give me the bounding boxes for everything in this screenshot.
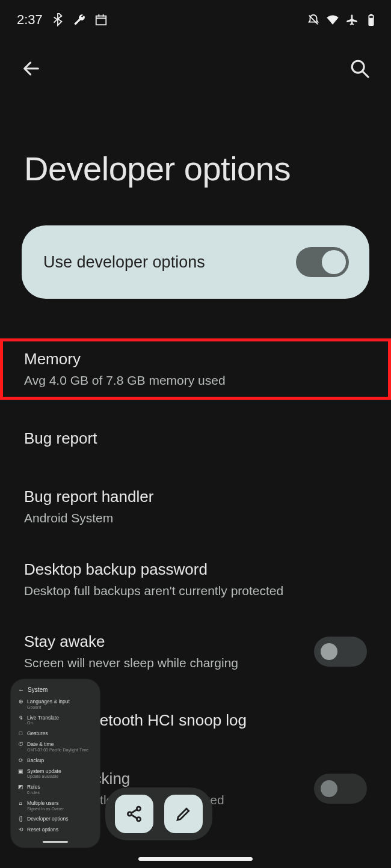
status-time: 2:37 <box>17 12 43 28</box>
stay-awake-switch[interactable] <box>314 637 367 667</box>
arrow-back-icon: ← <box>18 686 24 693</box>
preview-row: ⏱Date & timeGMT-07:00 Pacific Daylight T… <box>17 739 94 756</box>
item-stay-awake[interactable]: Stay awake Screen will never sleep while… <box>0 622 391 682</box>
preview-row-sub: GMT-07:00 Pacific Daylight Time <box>27 748 88 752</box>
master-toggle-card[interactable]: Use developer options <box>22 225 369 299</box>
preview-row-title: Rules <box>27 784 40 790</box>
page-title: Developer options <box>0 83 391 212</box>
preview-row: ⟲Reset options <box>17 825 94 836</box>
share-button[interactable] <box>115 795 153 833</box>
preview-row-title: Gestures <box>27 730 48 736</box>
app-bar <box>0 35 391 83</box>
item-title: Memory <box>24 350 367 368</box>
preview-row: ⟳Backup <box>17 756 94 766</box>
share-icon <box>125 805 143 823</box>
dnd-off-icon <box>307 13 320 26</box>
preview-row-icon: ⏱ <box>18 742 23 748</box>
preview-row-icon: ⟳ <box>18 758 23 764</box>
search-icon <box>349 58 370 79</box>
preview-row-title: Date & time <box>27 741 54 747</box>
search-button[interactable] <box>345 54 374 83</box>
bluetooth-icon <box>51 13 64 26</box>
preview-row-sub: 0 rules <box>27 790 40 795</box>
arrow-back-icon <box>21 58 42 79</box>
preview-row-icon: ⊕ <box>18 699 23 705</box>
item-title: Stay awake <box>24 632 314 651</box>
screenshot-actions <box>105 787 212 840</box>
pencil-icon <box>174 805 192 823</box>
preview-row-title: Backup <box>27 757 44 763</box>
preview-row: ↯Live TranslateOn <box>17 713 94 729</box>
preview-row-title: Live Translate <box>27 715 59 721</box>
preview-row-title: Developer options <box>27 816 69 822</box>
wifi-icon <box>326 13 339 26</box>
svg-rect-7 <box>369 18 373 25</box>
preview-row-icon: □ <box>18 731 23 737</box>
item-sub: Desktop full backups aren't currently pr… <box>24 582 367 599</box>
item-title: Desktop backup password <box>24 560 367 579</box>
preview-row: ▣System updateUpdate available <box>17 766 94 783</box>
wrench-icon <box>73 13 86 26</box>
item-bug-report[interactable]: Bug report <box>0 412 391 465</box>
calendar-icon <box>94 13 108 26</box>
back-button[interactable] <box>17 54 46 83</box>
edit-button[interactable] <box>164 795 203 833</box>
airplane-icon <box>345 13 359 26</box>
preview-row: ◩Rules0 rules <box>17 782 94 798</box>
item-memory[interactable]: Memory Avg 4.0 GB of 7.8 GB memory used <box>0 338 391 400</box>
svg-rect-0 <box>96 16 106 25</box>
status-right <box>307 13 378 26</box>
svg-line-14 <box>131 815 137 818</box>
status-left: 2:37 <box>17 12 108 28</box>
preview-home-indicator <box>43 841 68 843</box>
preview-row: ⩍Multiple usersSigned in as Owner <box>17 798 94 815</box>
master-toggle-switch[interactable] <box>296 247 349 277</box>
svg-rect-6 <box>370 14 372 16</box>
item-sub: Screen will never sleep while charging <box>24 655 314 671</box>
preview-row-title: Reset options <box>27 827 58 833</box>
preview-row-sub: Gboard <box>27 705 41 709</box>
preview-row-icon: ⟲ <box>18 827 23 833</box>
preview-row-sub: On <box>27 721 32 725</box>
preview-row-title: Multiple users <box>27 800 58 806</box>
item-sub: Android System <box>24 510 367 526</box>
preview-row: ⊕Languages & inputGboard <box>17 697 94 713</box>
item-title: Bug report handler <box>24 487 367 506</box>
preview-row-icon: ◩ <box>18 784 23 790</box>
oem-unlock-switch[interactable] <box>314 774 367 804</box>
master-toggle-label: Use developer options <box>43 253 205 272</box>
preview-row-title: Languages & input <box>27 698 70 704</box>
home-indicator[interactable] <box>138 857 253 861</box>
preview-row: □Gestures <box>17 729 94 739</box>
preview-row-sub: Signed in as Owner <box>27 807 64 811</box>
item-desktop-backup-password[interactable]: Desktop backup password Desktop full bac… <box>0 549 391 610</box>
battery-icon <box>365 13 378 26</box>
preview-header: ← System <box>17 685 94 697</box>
item-bug-report-handler[interactable]: Bug report handler Android System <box>0 477 391 537</box>
preview-row-icon: ↯ <box>18 715 23 721</box>
item-sub: Avg 4.0 GB of 7.8 GB memory used <box>24 372 367 388</box>
preview-row-title: System update <box>27 768 61 774</box>
preview-row-icon: ⩍ <box>18 801 23 807</box>
item-title: Bug report <box>24 429 367 448</box>
svg-line-13 <box>131 810 137 813</box>
preview-row: {}Developer options <box>17 814 94 825</box>
preview-row-icon: {} <box>18 816 23 822</box>
svg-line-9 <box>362 71 368 77</box>
status-bar: 2:37 <box>0 0 391 35</box>
preview-row-icon: ▣ <box>18 769 23 775</box>
preview-row-sub: Update available <box>27 774 58 778</box>
screenshot-preview[interactable]: ← System ⊕Languages & inputGboard↯Live T… <box>11 679 100 848</box>
